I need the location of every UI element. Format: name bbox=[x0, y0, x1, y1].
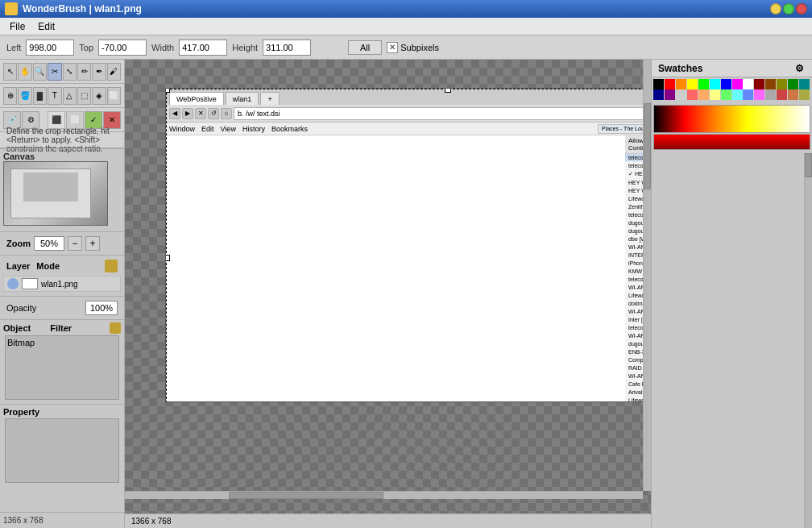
refresh-button[interactable]: ↺ bbox=[208, 108, 219, 119]
swatch-dark-orange[interactable] bbox=[765, 79, 776, 89]
zoom-tool[interactable]: 🔍 bbox=[33, 63, 47, 81]
text-tool[interactable]: T bbox=[48, 87, 61, 105]
canvas-panel: Canvas bbox=[0, 148, 124, 231]
swatch-dark-cyan[interactable] bbox=[799, 79, 810, 89]
swatches-scrollbar[interactable] bbox=[804, 153, 812, 528]
wand-tool[interactable]: ◈ bbox=[92, 87, 106, 105]
vertical-scroll-thumb[interactable] bbox=[644, 103, 651, 189]
swatch-green[interactable] bbox=[698, 79, 709, 89]
left-input[interactable] bbox=[26, 39, 74, 56]
coordbar: Left Top Width Height All ✕ Subpixels bbox=[0, 35, 812, 60]
browser-menu-history[interactable]: History bbox=[242, 125, 265, 133]
horizontal-scroll-thumb[interactable] bbox=[229, 492, 384, 499]
canvas-view[interactable]: WebPositive wlan1 + ◀ ▶ bbox=[125, 60, 651, 513]
swatch-light-blue[interactable] bbox=[743, 89, 753, 100]
swatch-light-green[interactable] bbox=[721, 89, 731, 100]
browser-tab-2[interactable]: wlan1 bbox=[226, 92, 259, 105]
top-input[interactable] bbox=[98, 39, 147, 56]
swatch-red[interactable] bbox=[665, 79, 675, 89]
swatch-magenta[interactable] bbox=[732, 79, 743, 89]
swatch-white[interactable] bbox=[743, 79, 753, 89]
pencil-tool[interactable]: ✏ bbox=[77, 63, 91, 81]
height-input[interactable] bbox=[263, 39, 311, 56]
gradient-tool[interactable]: ▓ bbox=[33, 87, 47, 105]
maximize-button[interactable] bbox=[783, 3, 794, 15]
swatch-dark-red[interactable] bbox=[754, 79, 764, 89]
layer-mode-panel: Layer Mode wlan1.png bbox=[0, 255, 124, 296]
forward-button[interactable]: ▶ bbox=[182, 108, 193, 119]
vertical-scrollbar[interactable] bbox=[643, 60, 651, 491]
swatch-light-gray[interactable] bbox=[676, 89, 686, 100]
browser-menu-edit[interactable]: Edit bbox=[201, 125, 214, 133]
swatches-scroll-thumb[interactable] bbox=[805, 153, 812, 177]
swatch-light-cyan[interactable] bbox=[732, 89, 743, 100]
swatch-black[interactable] bbox=[653, 79, 664, 89]
browser-tab-1[interactable]: WebPositive bbox=[169, 92, 224, 105]
swatch-dark-yellow[interactable] bbox=[777, 79, 787, 89]
horizontal-scrollbar[interactable] bbox=[125, 491, 643, 499]
window-controls bbox=[770, 3, 807, 15]
opacity-input[interactable] bbox=[85, 301, 118, 315]
swatches-options-icon[interactable]: ⚙ bbox=[793, 62, 806, 75]
height-label: Height bbox=[232, 43, 258, 52]
zoom-in-button[interactable]: + bbox=[85, 236, 100, 251]
layer-label: Layer bbox=[6, 261, 30, 271]
new-tab-button[interactable]: + bbox=[260, 92, 279, 105]
fill-tool[interactable]: 🪣 bbox=[18, 87, 31, 105]
property-content bbox=[5, 418, 119, 483]
stop-button[interactable]: ✕ bbox=[195, 108, 206, 119]
brush-tool[interactable]: 🖌 bbox=[107, 63, 121, 81]
swatch-cyan[interactable] bbox=[710, 79, 720, 89]
pen-tool[interactable]: ✒ bbox=[92, 63, 106, 81]
red-gradient[interactable] bbox=[653, 105, 810, 133]
browser-menu-bookmarks[interactable]: Bookmarks bbox=[271, 125, 308, 133]
layer-options-button[interactable] bbox=[105, 260, 118, 272]
crop-tool[interactable]: ✂ bbox=[48, 63, 61, 81]
browser-navbar: ◀ ▶ ✕ ↺ ⌂ b. /w/ text.dsi bbox=[166, 105, 651, 123]
browser-main-content bbox=[166, 135, 625, 401]
transform-tool[interactable]: ⤡ bbox=[63, 63, 77, 81]
minimize-button[interactable] bbox=[770, 3, 781, 15]
all-button[interactable]: All bbox=[348, 40, 382, 55]
menu-file[interactable]: File bbox=[3, 19, 31, 34]
swatch-blue[interactable] bbox=[721, 79, 731, 89]
arrow-tool[interactable]: ↖ bbox=[3, 63, 17, 81]
swatch-dark-blue[interactable] bbox=[653, 89, 664, 100]
image-container: WebPositive wlan1 + ◀ ▶ bbox=[165, 88, 651, 402]
clone-tool[interactable]: ⊕ bbox=[3, 87, 17, 105]
zoom-out-button[interactable]: − bbox=[68, 236, 82, 251]
swatch-light-magenta[interactable] bbox=[754, 89, 764, 100]
url-bar[interactable]: b. /w/ text.dsi bbox=[234, 107, 651, 120]
swatch-dark-magenta[interactable] bbox=[665, 89, 675, 100]
subpixels-checkbox[interactable]: ✕ bbox=[387, 42, 398, 53]
shape-tool[interactable]: △ bbox=[63, 87, 77, 105]
swatch-light-yellow[interactable] bbox=[710, 89, 720, 100]
width-input[interactable] bbox=[179, 39, 227, 56]
toolbar2: ⊕ 🪣 ▓ T △ ⬚ ◈ ⬜ bbox=[0, 84, 124, 108]
filter-options-button[interactable] bbox=[110, 322, 121, 334]
layer-visibility-icon[interactable] bbox=[7, 278, 19, 289]
opacity-panel: Opacity bbox=[0, 296, 124, 319]
swatch-orange[interactable] bbox=[676, 79, 686, 89]
hand-tool[interactable]: ✋ bbox=[18, 63, 31, 81]
zoom-input[interactable] bbox=[34, 236, 64, 251]
browser-menu-window[interactable]: Window bbox=[169, 125, 195, 133]
swatch-mid-yellow[interactable] bbox=[799, 89, 810, 100]
subpixels-check[interactable]: ✕ Subpixels bbox=[387, 42, 439, 53]
swatch-gray[interactable] bbox=[765, 89, 776, 100]
back-button[interactable]: ◀ bbox=[169, 108, 180, 119]
pink-gradient[interactable] bbox=[653, 134, 810, 150]
swatch-mid-red[interactable] bbox=[777, 89, 787, 100]
eraser-tool[interactable]: ⬜ bbox=[107, 87, 121, 105]
browser-menu-view[interactable]: View bbox=[221, 125, 236, 133]
home-button[interactable]: ⌂ bbox=[221, 108, 232, 119]
swatch-yellow[interactable] bbox=[687, 79, 698, 89]
select-tool[interactable]: ⬚ bbox=[77, 87, 91, 105]
swatch-light-red[interactable] bbox=[687, 89, 698, 100]
swatch-dark-green[interactable] bbox=[788, 79, 798, 89]
swatch-mid-orange[interactable] bbox=[788, 89, 798, 100]
swatch-peach[interactable] bbox=[698, 89, 709, 100]
main-content-area: WebPositive wlan1 + ◀ ▶ bbox=[125, 60, 651, 528]
close-button[interactable] bbox=[796, 3, 807, 15]
menu-edit[interactable]: Edit bbox=[31, 19, 61, 34]
